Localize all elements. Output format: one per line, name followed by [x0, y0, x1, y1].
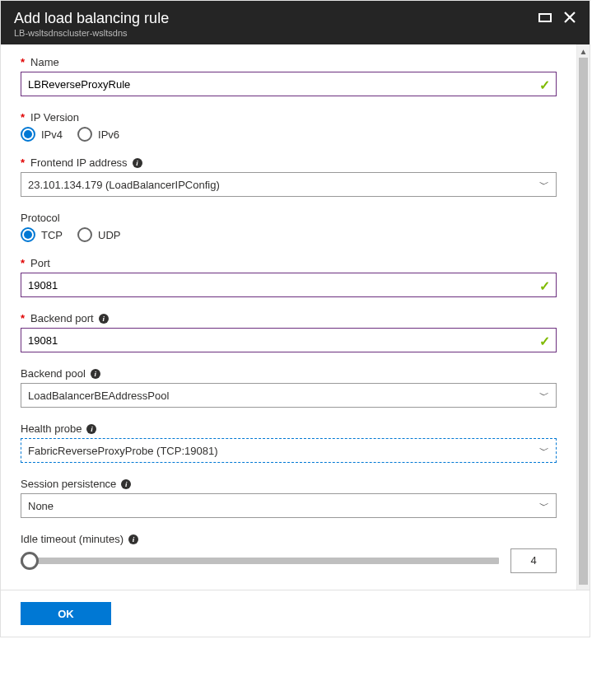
blade-subtitle: LB-wsltsdnscluster-wsltsdns	[14, 28, 538, 38]
info-icon[interactable]: i	[91, 369, 100, 379]
name-label: *Name	[21, 56, 557, 68]
backendpool-value: LoadBalancerBEAddressPool	[28, 390, 169, 402]
field-healthprobe: Health probei FabricReverseProxyProbe (T…	[21, 422, 557, 463]
session-select[interactable]: None ﹀	[21, 493, 557, 518]
ok-button[interactable]: OK	[21, 602, 111, 625]
backendpool-select[interactable]: LoadBalancerBEAddressPool ﹀	[21, 383, 557, 408]
info-icon[interactable]: i	[99, 314, 109, 324]
protocol-label: Protocol	[21, 212, 557, 224]
header-text: Add load balancing rule LB-wsltsdnsclust…	[14, 9, 538, 38]
info-icon[interactable]: i	[86, 424, 96, 434]
content-wrap: *Name ✓ *IP Version IPv4 IPv6 *Frontend …	[1, 44, 590, 590]
port-input[interactable]	[21, 273, 557, 297]
footer: OK	[1, 590, 590, 637]
chevron-down-icon: ﹀	[539, 444, 549, 458]
field-port: *Port ✓	[21, 257, 557, 297]
session-label: Session persistencei	[21, 478, 557, 490]
close-icon[interactable]	[563, 11, 576, 24]
form-content: *Name ✓ *IP Version IPv4 IPv6 *Frontend …	[1, 44, 576, 590]
name-input[interactable]	[21, 72, 557, 96]
scrollbar[interactable]: ▲	[576, 44, 590, 590]
restore-icon[interactable]	[538, 11, 552, 24]
chevron-down-icon: ﹀	[539, 178, 549, 192]
frontend-select[interactable]: 23.101.134.179 (LoadBalancerIPConfig) ﹀	[21, 172, 557, 197]
info-icon[interactable]: i	[133, 158, 142, 168]
healthprobe-select[interactable]: FabricReverseProxyProbe (TCP:19081) ﹀	[21, 438, 557, 463]
field-ipversion: *IP Version IPv4 IPv6	[21, 111, 557, 142]
idle-label: Idle timeout (minutes)i	[21, 533, 557, 545]
header-actions	[538, 9, 576, 24]
ipversion-label: *IP Version	[21, 111, 557, 124]
backendport-label: *Backend porti	[21, 312, 557, 324]
blade-title: Add load balancing rule	[14, 9, 538, 27]
scroll-up-icon[interactable]: ▲	[577, 44, 590, 58]
field-protocol: Protocol TCP UDP	[21, 212, 557, 242]
idle-slider[interactable]	[21, 558, 499, 564]
idle-value[interactable]: 4	[510, 548, 557, 573]
field-backendport: *Backend porti ✓	[21, 312, 557, 352]
scroll-thumb[interactable]	[579, 58, 588, 585]
port-label: *Port	[21, 257, 557, 269]
check-icon: ✓	[539, 278, 550, 294]
healthprobe-label: Health probei	[21, 422, 557, 435]
slider-thumb[interactable]	[21, 552, 39, 570]
chevron-down-icon: ﹀	[539, 389, 549, 403]
info-icon[interactable]: i	[128, 534, 138, 544]
session-value: None	[28, 500, 54, 512]
field-backendpool: Backend pooli LoadBalancerBEAddressPool …	[21, 367, 557, 408]
healthprobe-value: FabricReverseProxyProbe (TCP:19081)	[28, 445, 217, 457]
blade: Add load balancing rule LB-wsltsdnsclust…	[0, 0, 590, 637]
backendpool-label: Backend pooli	[21, 367, 557, 380]
check-icon: ✓	[539, 334, 550, 349]
radio-ipv6[interactable]: IPv6	[77, 127, 119, 142]
blade-header: Add load balancing rule LB-wsltsdnsclust…	[1, 1, 590, 44]
field-idle: Idle timeout (minutes)i 4	[21, 533, 557, 573]
check-icon: ✓	[539, 77, 550, 93]
field-frontend: *Frontend IP addressi 23.101.134.179 (Lo…	[21, 156, 557, 197]
svg-rect-0	[539, 14, 551, 21]
backendport-input[interactable]	[21, 328, 557, 352]
frontend-label: *Frontend IP addressi	[21, 156, 557, 169]
radio-udp[interactable]: UDP	[77, 227, 120, 242]
radio-tcp[interactable]: TCP	[21, 227, 63, 242]
frontend-value: 23.101.134.179 (LoadBalancerIPConfig)	[28, 179, 220, 191]
field-session: Session persistencei None ﹀	[21, 478, 557, 518]
chevron-down-icon: ﹀	[539, 499, 549, 513]
radio-ipv4[interactable]: IPv4	[21, 127, 63, 142]
info-icon[interactable]: i	[121, 479, 131, 489]
field-name: *Name ✓	[21, 56, 557, 96]
